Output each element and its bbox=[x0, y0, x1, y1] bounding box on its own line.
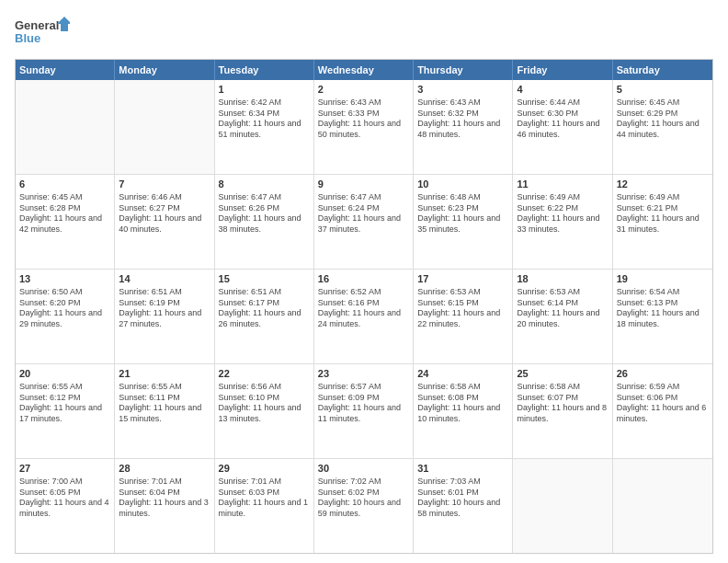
cell-text-line: Sunrise: 6:58 AM bbox=[517, 382, 608, 393]
day-number: 10 bbox=[417, 178, 508, 191]
cell-text-line: Sunset: 6:03 PM bbox=[219, 488, 310, 499]
day-number: 7 bbox=[119, 178, 210, 191]
cell-text-line: Daylight: 11 hours and 26 minutes. bbox=[219, 308, 310, 329]
day-cell-29: 29Sunrise: 7:01 AMSunset: 6:03 PMDayligh… bbox=[215, 459, 314, 553]
day-cell-5: 5Sunrise: 6:45 AMSunset: 6:29 PMDaylight… bbox=[613, 80, 712, 174]
day-cell-19: 19Sunrise: 6:54 AMSunset: 6:13 PMDayligh… bbox=[613, 270, 712, 363]
day-number: 29 bbox=[219, 462, 310, 476]
cell-text-line: Sunset: 6:04 PM bbox=[119, 488, 210, 499]
calendar-row-0: 1Sunrise: 6:42 AMSunset: 6:34 PMDaylight… bbox=[16, 80, 712, 175]
day-cell-14: 14Sunrise: 6:51 AMSunset: 6:19 PMDayligh… bbox=[115, 270, 214, 363]
logo: General Blue bbox=[15, 15, 70, 52]
day-cell-4: 4Sunrise: 6:44 AMSunset: 6:30 PMDaylight… bbox=[513, 80, 612, 174]
cell-text-line: Sunrise: 6:48 AM bbox=[417, 192, 508, 203]
day-number: 6 bbox=[19, 178, 110, 191]
cell-text-line: Daylight: 10 hours and 59 minutes. bbox=[318, 498, 409, 519]
cell-text-line: Daylight: 11 hours and 18 minutes. bbox=[617, 308, 709, 329]
cell-text-line: Sunset: 6:08 PM bbox=[417, 393, 508, 404]
cell-text-line: Sunset: 6:13 PM bbox=[617, 298, 709, 309]
day-cell-28: 28Sunrise: 7:01 AMSunset: 6:04 PMDayligh… bbox=[115, 459, 214, 553]
cell-text-line: Sunset: 6:19 PM bbox=[119, 298, 210, 309]
day-number: 3 bbox=[417, 83, 508, 97]
day-cell-12: 12Sunrise: 6:49 AMSunset: 6:21 PMDayligh… bbox=[613, 175, 712, 269]
day-number: 12 bbox=[617, 178, 709, 191]
cell-text-line: Daylight: 11 hours and 29 minutes. bbox=[19, 308, 110, 329]
cell-text-line: Daylight: 11 hours and 27 minutes. bbox=[119, 308, 210, 329]
cell-text-line: Sunrise: 6:53 AM bbox=[417, 287, 508, 298]
cell-text-line: Daylight: 11 hours and 15 minutes. bbox=[119, 403, 210, 424]
svg-text:General: General bbox=[15, 18, 59, 32]
day-cell-23: 23Sunrise: 6:57 AMSunset: 6:09 PMDayligh… bbox=[314, 364, 414, 458]
cell-text-line: Daylight: 11 hours and 42 minutes. bbox=[19, 213, 110, 235]
cell-text-line: Sunrise: 6:59 AM bbox=[617, 382, 709, 393]
cell-text-line: Sunset: 6:06 PM bbox=[617, 393, 709, 404]
cell-text-line: Sunset: 6:33 PM bbox=[318, 109, 409, 120]
cell-text-line: Sunrise: 6:47 AM bbox=[318, 192, 409, 203]
header-day-thursday: Thursday bbox=[414, 60, 513, 80]
cell-text-line: Sunset: 6:07 PM bbox=[517, 393, 608, 404]
day-number: 18 bbox=[517, 272, 608, 286]
day-cell-6: 6Sunrise: 6:45 AMSunset: 6:28 PMDaylight… bbox=[16, 175, 115, 269]
cell-text-line: Sunrise: 7:03 AM bbox=[417, 477, 508, 488]
cell-text-line: Sunset: 6:10 PM bbox=[219, 393, 310, 404]
day-number: 13 bbox=[19, 272, 110, 286]
calendar-row-3: 20Sunrise: 6:55 AMSunset: 6:12 PMDayligh… bbox=[16, 364, 712, 459]
day-cell-26: 26Sunrise: 6:59 AMSunset: 6:06 PMDayligh… bbox=[613, 364, 712, 458]
cell-text-line: Sunset: 6:11 PM bbox=[119, 393, 210, 404]
day-number: 23 bbox=[318, 367, 409, 381]
day-cell-21: 21Sunrise: 6:55 AMSunset: 6:11 PMDayligh… bbox=[115, 364, 214, 458]
cell-text-line: Sunrise: 6:49 AM bbox=[517, 192, 608, 203]
cell-text-line: Daylight: 11 hours and 24 minutes. bbox=[318, 308, 409, 329]
cell-text-line: Daylight: 11 hours and 51 minutes. bbox=[219, 119, 310, 140]
day-number: 16 bbox=[318, 272, 409, 286]
cell-text-line: Sunset: 6:34 PM bbox=[219, 109, 310, 120]
cell-text-line: Sunset: 6:32 PM bbox=[417, 109, 508, 120]
cell-text-line: Sunrise: 6:44 AM bbox=[517, 98, 608, 109]
cell-text-line: Sunset: 6:05 PM bbox=[19, 488, 110, 499]
cell-text-line: Daylight: 11 hours and 50 minutes. bbox=[318, 119, 409, 140]
cell-text-line: Daylight: 11 hours and 44 minutes. bbox=[617, 119, 709, 140]
day-cell-18: 18Sunrise: 6:53 AMSunset: 6:14 PMDayligh… bbox=[513, 270, 612, 363]
empty-cell bbox=[513, 459, 612, 553]
day-cell-11: 11Sunrise: 6:49 AMSunset: 6:22 PMDayligh… bbox=[513, 175, 612, 269]
cell-text-line: Sunrise: 7:02 AM bbox=[318, 477, 409, 488]
header-day-wednesday: Wednesday bbox=[314, 60, 414, 80]
day-number: 26 bbox=[617, 367, 709, 381]
cell-text-line: Sunrise: 7:01 AM bbox=[219, 477, 310, 488]
cell-text-line: Sunset: 6:15 PM bbox=[417, 298, 508, 309]
cell-text-line: Daylight: 11 hours and 17 minutes. bbox=[19, 403, 110, 424]
cell-text-line: Sunrise: 6:53 AM bbox=[517, 287, 608, 298]
cell-text-line: Daylight: 11 hours and 31 minutes. bbox=[617, 213, 709, 235]
cell-text-line: Sunset: 6:26 PM bbox=[219, 203, 310, 214]
cell-text-line: Sunset: 6:23 PM bbox=[417, 203, 508, 214]
day-cell-30: 30Sunrise: 7:02 AMSunset: 6:02 PMDayligh… bbox=[314, 459, 414, 553]
cell-text-line: Sunset: 6:27 PM bbox=[119, 203, 210, 214]
calendar-row-1: 6Sunrise: 6:45 AMSunset: 6:28 PMDaylight… bbox=[16, 175, 712, 270]
cell-text-line: Sunrise: 6:56 AM bbox=[219, 382, 310, 393]
day-number: 15 bbox=[219, 272, 310, 286]
day-number: 8 bbox=[219, 178, 310, 191]
cell-text-line: Sunrise: 6:47 AM bbox=[219, 192, 310, 203]
cell-text-line: Daylight: 11 hours and 13 minutes. bbox=[219, 403, 310, 424]
day-number: 22 bbox=[219, 367, 310, 381]
cell-text-line: Sunset: 6:30 PM bbox=[517, 109, 608, 120]
day-number: 4 bbox=[517, 83, 608, 97]
cell-text-line: Sunset: 6:02 PM bbox=[318, 488, 409, 499]
cell-text-line: Sunrise: 6:55 AM bbox=[19, 382, 110, 393]
cell-text-line: Daylight: 11 hours and 8 minutes. bbox=[517, 403, 608, 424]
cell-text-line: Daylight: 11 hours and 35 minutes. bbox=[417, 213, 508, 235]
day-number: 28 bbox=[119, 462, 210, 476]
cell-text-line: Daylight: 11 hours and 10 minutes. bbox=[417, 403, 508, 424]
day-cell-13: 13Sunrise: 6:50 AMSunset: 6:20 PMDayligh… bbox=[16, 270, 115, 363]
cell-text-line: Sunrise: 6:50 AM bbox=[19, 287, 110, 298]
cell-text-line: Sunset: 6:22 PM bbox=[517, 203, 608, 214]
cell-text-line: Daylight: 11 hours and 1 minute. bbox=[219, 498, 310, 519]
day-cell-27: 27Sunrise: 7:00 AMSunset: 6:05 PMDayligh… bbox=[16, 459, 115, 553]
cell-text-line: Daylight: 11 hours and 20 minutes. bbox=[517, 308, 608, 329]
cell-text-line: Daylight: 10 hours and 58 minutes. bbox=[417, 498, 508, 519]
calendar-row-4: 27Sunrise: 7:00 AMSunset: 6:05 PMDayligh… bbox=[16, 459, 712, 553]
cell-text-line: Sunrise: 6:45 AM bbox=[617, 98, 709, 109]
day-cell-15: 15Sunrise: 6:51 AMSunset: 6:17 PMDayligh… bbox=[215, 270, 314, 363]
cell-text-line: Daylight: 11 hours and 37 minutes. bbox=[318, 213, 409, 235]
header-day-monday: Monday bbox=[115, 60, 214, 80]
